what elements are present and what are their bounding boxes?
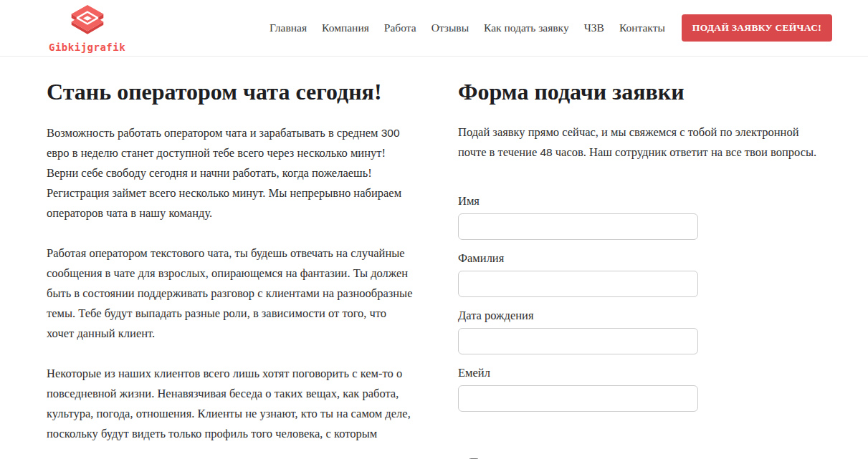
intro-section: Стань оператором чата сегодня! Возможнос… xyxy=(47,71,414,459)
consent-prefix: Я соглашаюсь с xyxy=(485,456,567,459)
intro-paragraph-1-text: Возможность работать оператором чата и з… xyxy=(47,126,381,140)
nav-item-reviews[interactable]: Отзывы xyxy=(431,21,469,34)
intro-paragraph-1: Возможность работать оператором чата и з… xyxy=(47,123,414,223)
main-content: Стань оператором чата сегодня! Возможнос… xyxy=(0,57,868,459)
form-description-text-cont: часов. Наш сотрудник ответит на все твои… xyxy=(553,145,817,159)
brand-logo[interactable]: Gibkijgrafik xyxy=(49,4,125,53)
application-form: Имя Фамилия Дата рождения Емейл Я соглаш… xyxy=(458,194,822,459)
last-name-field-group: Фамилия xyxy=(458,251,822,297)
birth-date-input[interactable] xyxy=(458,328,698,354)
terms-of-service-link[interactable]: Условиями предоставления услуг xyxy=(567,456,736,459)
nav-item-home[interactable]: Главная xyxy=(270,21,307,34)
first-name-label: Имя xyxy=(458,194,822,208)
email-label: Емейл xyxy=(458,366,822,380)
brand-logo-icon xyxy=(67,4,108,40)
last-name-label: Фамилия xyxy=(458,251,822,266)
consent-suffix: и соглашаюсь xyxy=(736,456,809,459)
nav-item-work[interactable]: Работа xyxy=(384,21,416,34)
brand-name: Gibkijgrafik xyxy=(49,42,125,53)
intro-paragraph-2: Работая оператором текстового чата, ты б… xyxy=(47,243,414,344)
consent-text: Я соглашаюсь с Условиями предоставления … xyxy=(485,456,809,459)
header: Gibkijgrafik Главная Компания Работа Отз… xyxy=(0,0,868,57)
email-input[interactable] xyxy=(458,385,698,412)
intro-paragraph-3: Некоторые из наших клиентов всего лишь х… xyxy=(47,364,414,444)
nav-item-how-to-apply[interactable]: Как подать заявку xyxy=(484,21,569,34)
nav-item-company[interactable]: Компания xyxy=(322,21,369,34)
apply-now-button[interactable]: ПОДАЙ ЗАЯВКУ СЕЙЧАС! xyxy=(682,14,832,42)
main-nav: Главная Компания Работа Отзывы Как подат… xyxy=(270,21,665,34)
last-name-input[interactable] xyxy=(458,271,698,297)
response-hours: 48 xyxy=(540,146,552,158)
form-description: Подай заявку прямо сейчас, и мы свяжемся… xyxy=(458,122,822,163)
nav-item-faq[interactable]: ЧЗВ xyxy=(584,21,604,34)
email-field-group: Емейл xyxy=(458,366,822,412)
first-name-field-group: Имя xyxy=(458,194,822,240)
first-name-input[interactable] xyxy=(458,213,698,240)
application-form-section: Форма подачи заявки Подай заявку прямо с… xyxy=(458,71,822,459)
salary-amount: 300 xyxy=(381,127,400,139)
page-title: Стань оператором чата сегодня! xyxy=(47,71,414,113)
birth-date-field-group: Дата рождения xyxy=(458,309,822,354)
birth-date-label: Дата рождения xyxy=(458,309,822,323)
form-title: Форма подачи заявки xyxy=(458,71,822,113)
nav-item-contacts[interactable]: Контакты xyxy=(619,21,665,34)
consent-row: Я соглашаюсь с Условиями предоставления … xyxy=(458,456,822,459)
intro-paragraph-1-text-cont: евро в неделю станет доступной тебе всег… xyxy=(47,146,401,220)
